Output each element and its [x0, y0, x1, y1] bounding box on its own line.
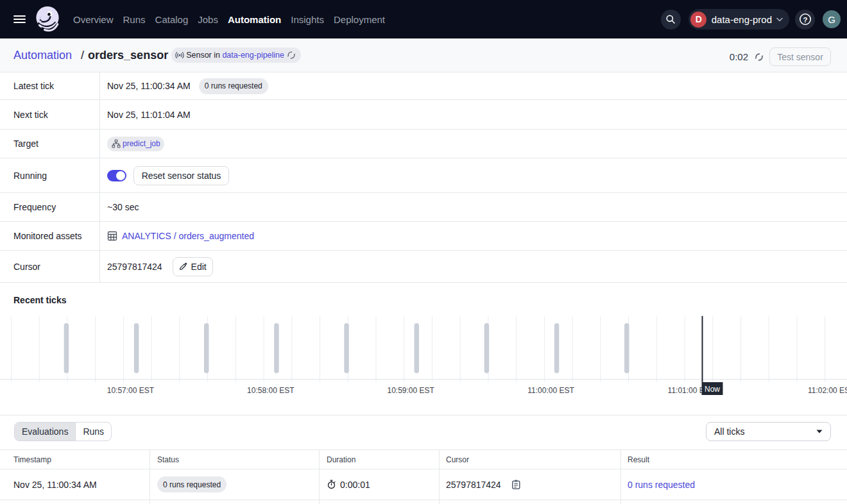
svg-text:10:59:00 EST: 10:59:00 EST	[387, 386, 434, 395]
svg-text:10:57:00 EST: 10:57:00 EST	[107, 386, 155, 395]
svg-text:11:02:00 EST: 11:02:00 EST	[808, 386, 847, 395]
svg-text:?: ?	[803, 16, 807, 24]
svg-text:11:00:00 EST: 11:00:00 EST	[527, 386, 574, 395]
svg-text:Now: Now	[705, 385, 720, 394]
svg-text:10:58:00 EST: 10:58:00 EST	[247, 386, 295, 395]
